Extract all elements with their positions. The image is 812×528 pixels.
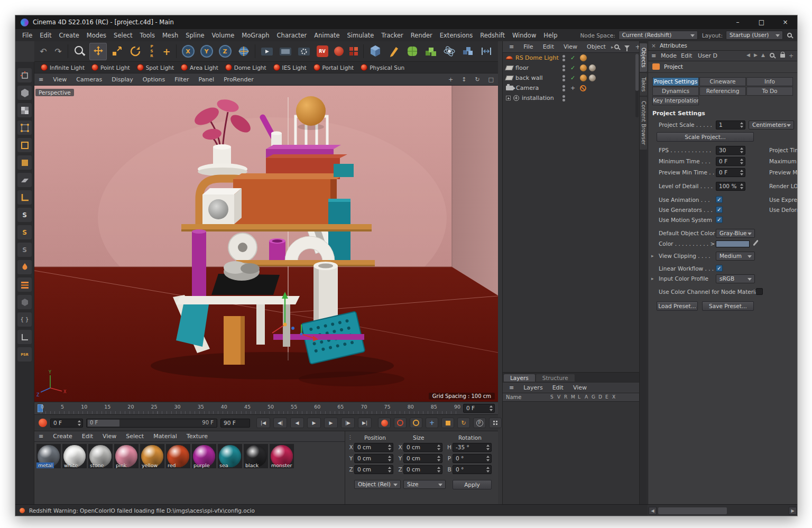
goto-end-button[interactable]: ▶| — [358, 418, 372, 428]
om-menu-file[interactable]: File — [519, 43, 537, 50]
add-primitive-cube-button[interactable] — [366, 43, 384, 60]
spinner[interactable] — [485, 466, 491, 473]
menu-extensions[interactable]: Extensions — [436, 29, 476, 41]
om-menu-edit[interactable]: Edit — [539, 43, 558, 50]
spinner[interactable] — [386, 444, 392, 451]
play-button[interactable]: ▶ — [307, 418, 321, 428]
filter-icon[interactable] — [624, 45, 630, 49]
scroll-left-icon[interactable]: ◀ — [649, 507, 657, 515]
close-button[interactable]: × — [773, 15, 797, 29]
mat-menu-edit[interactable]: Edit — [78, 433, 97, 440]
om-scrollbar[interactable] — [635, 54, 639, 117]
material-thumbnail[interactable]: red — [166, 444, 190, 468]
add-icon[interactable]: + — [635, 43, 639, 51]
target-tag-icon[interactable]: + — [570, 85, 575, 91]
undo-button[interactable]: ↶ — [36, 43, 50, 60]
add-icon[interactable]: + — [789, 52, 793, 59]
menu-animate[interactable]: Animate — [310, 29, 343, 41]
goto-start-button[interactable]: |◀ — [256, 418, 270, 428]
toggle-view-icon[interactable]: □ — [484, 76, 498, 83]
dome-light-button[interactable]: Dome Light — [225, 64, 266, 71]
spinner[interactable] — [739, 183, 744, 190]
point-light-button[interactable]: Point Light — [91, 64, 130, 71]
spinner[interactable] — [386, 466, 392, 473]
spot-light-button[interactable]: Spot Light — [137, 64, 174, 71]
visibility-dots[interactable] — [562, 65, 565, 71]
menu-modes[interactable]: Modes — [83, 29, 110, 41]
vp-menu-display[interactable]: Display — [107, 76, 137, 83]
nav-back-icon[interactable]: ◀ — [746, 52, 750, 58]
default-object-color-dropdown[interactable]: Gray-Blue — [716, 229, 755, 238]
texture-mode-button[interactable] — [17, 103, 32, 117]
record-rotation-button[interactable]: ↻ — [457, 418, 470, 428]
material-thumbnail[interactable]: black — [244, 444, 268, 468]
tab-todo[interactable]: To Do — [746, 87, 793, 96]
spinner[interactable] — [739, 122, 744, 128]
search-icon[interactable] — [770, 53, 774, 58]
size-x-field[interactable]: 0 cm — [403, 443, 442, 452]
breadcrumb[interactable]: Project — [664, 63, 683, 70]
hamburger-icon[interactable]: ≡ — [505, 43, 518, 50]
object-row-installation[interactable]: installation — [503, 93, 639, 103]
panel-close-icon[interactable]: × — [651, 42, 656, 49]
object-row-rs-dome-light[interactable]: RS Dome Light ✓ — [503, 53, 639, 63]
physical-sun-button[interactable]: Physical Sun — [361, 64, 404, 71]
area-light-button[interactable]: Area Light — [181, 64, 218, 71]
attr-horizontal-scrollbar[interactable]: ◀ ▶ — [648, 504, 798, 516]
texture-tag-icon[interactable] — [580, 64, 587, 71]
spinner[interactable] — [436, 466, 441, 473]
l-square-button[interactable] — [17, 330, 32, 344]
use-generators-checkbox[interactable]: ✓ — [716, 206, 723, 213]
enabled-check-icon[interactable]: ✓ — [570, 64, 575, 71]
layers-menu-view[interactable]: View — [569, 384, 591, 391]
spinner[interactable] — [739, 147, 744, 154]
color-swatch[interactable] — [716, 240, 750, 247]
node-space-dropdown[interactable]: Current (Redshift) — [619, 31, 698, 40]
volume-button[interactable] — [459, 43, 476, 60]
use-color-channel-checkbox[interactable]: ✓ — [756, 288, 763, 295]
model-mode-button[interactable] — [17, 86, 32, 100]
title-bar[interactable]: Cinema 4D S22.016 (RC) - [project.c4d] -… — [15, 15, 797, 29]
mat-menu-material[interactable]: Material — [149, 433, 181, 440]
vp-menu-panel[interactable]: Panel — [194, 76, 218, 83]
tab-referencing[interactable]: Referencing — [699, 87, 746, 96]
grip-icon[interactable]: ⋮ — [347, 434, 353, 440]
timeline-ruler[interactable]: 051015202530354045505560657075808590 0 F — [34, 402, 498, 415]
hamburger-icon[interactable]: ≡ — [505, 384, 518, 391]
vp-menu-prorender[interactable]: ProRender — [219, 76, 258, 83]
redo-button[interactable]: ↷ — [51, 43, 65, 60]
tab-project-settings[interactable]: Project Settings — [652, 77, 699, 86]
tab-info[interactable]: Info — [746, 77, 793, 86]
spinner[interactable] — [739, 158, 744, 165]
spinner[interactable] — [76, 420, 82, 427]
object-mode-dropdown[interactable]: Object (Rel) — [354, 480, 401, 489]
redshift-ipr-button[interactable] — [332, 43, 346, 60]
rotation-h-field[interactable]: -35 ° — [453, 443, 492, 452]
coordinate-system-toggle[interactable] — [235, 43, 252, 60]
tab-layers[interactable]: Layers — [504, 374, 535, 382]
render-settings-button[interactable] — [295, 43, 312, 60]
vp-menu-view[interactable]: View — [49, 76, 71, 83]
brackets-button[interactable]: { } — [17, 312, 32, 327]
menu-edit[interactable]: Edit — [36, 29, 55, 41]
redshift-renderview-button[interactable]: RV — [313, 43, 331, 60]
mograph-button[interactable] — [440, 43, 458, 60]
tab-dynamics[interactable]: Dynamics — [652, 87, 699, 96]
move-tool[interactable] — [89, 43, 107, 60]
next-frame-button[interactable]: ▶ — [324, 418, 338, 428]
menu-tools[interactable]: Tools — [136, 29, 159, 41]
material-thumbnail[interactable]: monster — [270, 444, 294, 468]
layout-dropdown[interactable]: Startup (User) — [726, 31, 783, 40]
nav-forward-icon[interactable]: ▶ — [754, 52, 758, 58]
vp-menu-cameras[interactable]: Cameras — [72, 76, 106, 83]
make-editable-button[interactable] — [17, 68, 32, 82]
mat-menu-create[interactable]: Create — [49, 433, 77, 440]
point-level-animation-button[interactable] — [489, 418, 502, 428]
menu-redshift[interactable]: Redshift — [476, 29, 509, 41]
object-row-back-wall[interactable]: back wall ✓ — [503, 73, 639, 83]
lock-icon[interactable] — [780, 54, 785, 58]
hamburger-icon[interactable]: ≡ — [34, 76, 48, 83]
mat-menu-view[interactable]: View — [98, 433, 121, 440]
menu-spline[interactable]: Spline — [182, 29, 208, 41]
expand-arrow-icon[interactable]: ▸ — [651, 253, 654, 258]
